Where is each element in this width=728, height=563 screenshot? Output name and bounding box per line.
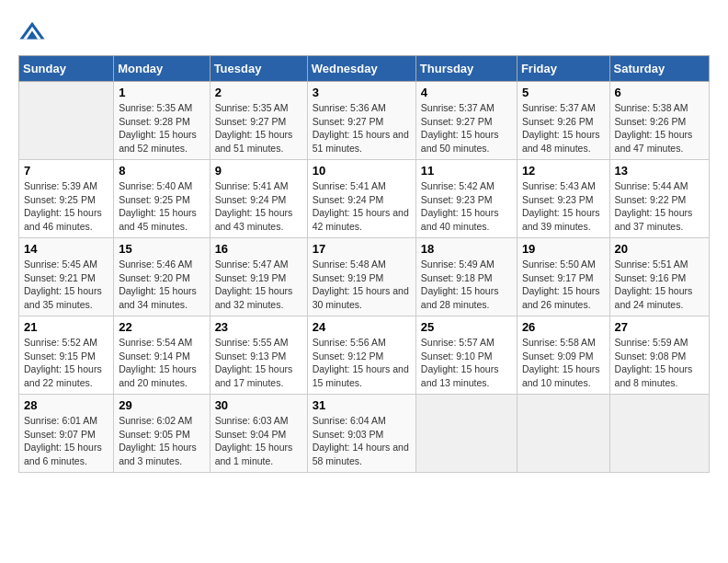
logo <box>18 18 50 46</box>
daylight-text: Daylight: 15 hours and 24 minutes. <box>615 285 693 310</box>
sunset-text: Sunset: 9:19 PM <box>313 272 384 283</box>
sunrise-text: Sunrise: 5:35 AM <box>119 102 192 113</box>
sunrise-text: Sunrise: 5:36 AM <box>313 102 386 113</box>
day-info: Sunrise: 5:35 AMSunset: 9:28 PMDaylight:… <box>119 101 204 155</box>
calendar-cell: 27Sunrise: 5:59 AMSunset: 9:08 PMDayligh… <box>609 316 709 395</box>
sunrise-text: Sunrise: 5:52 AM <box>24 337 97 348</box>
sunset-text: Sunset: 9:13 PM <box>215 350 287 362</box>
header-saturday: Saturday <box>609 56 709 82</box>
header-sunday: Sunday <box>19 56 114 82</box>
day-info: Sunrise: 5:58 AMSunset: 9:09 PMDaylight:… <box>522 336 605 390</box>
sunset-text: Sunset: 9:23 PM <box>522 194 594 205</box>
sunrise-text: Sunrise: 5:56 AM <box>313 337 386 348</box>
day-number: 30 <box>215 398 302 412</box>
sunrise-text: Sunrise: 5:37 AM <box>522 102 596 113</box>
daylight-text: Daylight: 15 hours and 17 minutes. <box>215 363 293 388</box>
day-number: 12 <box>522 164 605 178</box>
calendar-cell: 9Sunrise: 5:41 AMSunset: 9:24 PMDaylight… <box>210 160 307 238</box>
sunset-text: Sunset: 9:27 PM <box>215 116 287 127</box>
sunset-text: Sunset: 9:23 PM <box>421 194 493 205</box>
day-info: Sunrise: 5:44 AMSunset: 9:22 PMDaylight:… <box>615 179 704 234</box>
calendar-cell: 20Sunrise: 5:51 AMSunset: 9:16 PMDayligh… <box>609 238 709 316</box>
daylight-text: Daylight: 15 hours and 45 minutes. <box>119 207 197 232</box>
week-row-2: 7Sunrise: 5:39 AMSunset: 9:25 PMDaylight… <box>19 160 710 238</box>
daylight-text: Daylight: 15 hours and 3 minutes. <box>119 442 197 466</box>
page-header <box>18 18 710 46</box>
sunrise-text: Sunrise: 5:47 AM <box>215 259 289 270</box>
week-row-5: 28Sunrise: 6:01 AMSunset: 9:07 PMDayligh… <box>19 395 710 473</box>
day-number: 6 <box>615 86 704 99</box>
day-number: 7 <box>24 164 108 178</box>
day-info: Sunrise: 5:57 AMSunset: 9:10 PMDaylight:… <box>421 336 512 390</box>
day-number: 17 <box>313 242 411 256</box>
daylight-text: Daylight: 15 hours and 28 minutes. <box>421 285 499 310</box>
daylight-text: Daylight: 15 hours and 20 minutes. <box>119 363 197 388</box>
day-number: 8 <box>119 164 204 178</box>
sunset-text: Sunset: 9:20 PM <box>119 272 190 283</box>
daylight-text: Daylight: 15 hours and 46 minutes. <box>24 207 102 232</box>
calendar-cell: 14Sunrise: 5:45 AMSunset: 9:21 PMDayligh… <box>19 238 114 316</box>
day-info: Sunrise: 5:42 AMSunset: 9:23 PMDaylight:… <box>421 179 512 234</box>
calendar-cell: 7Sunrise: 5:39 AMSunset: 9:25 PMDaylight… <box>19 160 114 238</box>
sunrise-text: Sunrise: 5:44 AM <box>615 180 688 191</box>
daylight-text: Daylight: 15 hours and 51 minutes. <box>215 129 293 154</box>
daylight-text: Daylight: 15 hours and 10 minutes. <box>522 363 600 388</box>
calendar-cell <box>517 395 609 473</box>
calendar-cell: 22Sunrise: 5:54 AMSunset: 9:14 PMDayligh… <box>114 316 210 395</box>
sunrise-text: Sunrise: 5:38 AM <box>615 102 688 113</box>
day-number: 9 <box>215 164 302 178</box>
daylight-text: Daylight: 15 hours and 35 minutes. <box>24 285 102 310</box>
day-info: Sunrise: 5:56 AMSunset: 9:12 PMDaylight:… <box>313 336 411 390</box>
day-number: 28 <box>24 398 108 412</box>
calendar-cell: 15Sunrise: 5:46 AMSunset: 9:20 PMDayligh… <box>114 238 210 316</box>
header-friday: Friday <box>517 56 609 82</box>
day-number: 27 <box>615 320 704 334</box>
day-info: Sunrise: 5:38 AMSunset: 9:26 PMDaylight:… <box>615 101 704 155</box>
daylight-text: Daylight: 15 hours and 52 minutes. <box>119 129 197 154</box>
day-number: 13 <box>615 164 704 178</box>
sunrise-text: Sunrise: 5:37 AM <box>421 102 495 113</box>
day-info: Sunrise: 5:41 AMSunset: 9:24 PMDaylight:… <box>313 179 411 234</box>
sunset-text: Sunset: 9:25 PM <box>119 194 190 205</box>
sunrise-text: Sunrise: 5:42 AM <box>421 180 495 191</box>
day-info: Sunrise: 6:01 AMSunset: 9:07 PMDaylight:… <box>24 414 108 468</box>
daylight-text: Daylight: 15 hours and 8 minutes. <box>615 363 693 388</box>
calendar-cell: 28Sunrise: 6:01 AMSunset: 9:07 PMDayligh… <box>19 395 114 473</box>
sunset-text: Sunset: 9:04 PM <box>215 429 287 440</box>
sunrise-text: Sunrise: 5:49 AM <box>421 259 495 270</box>
calendar-cell: 11Sunrise: 5:42 AMSunset: 9:23 PMDayligh… <box>415 160 517 238</box>
daylight-text: Daylight: 15 hours and 42 minutes. <box>313 207 409 232</box>
day-number: 2 <box>215 86 302 99</box>
daylight-text: Daylight: 15 hours and 30 minutes. <box>313 285 409 310</box>
sunset-text: Sunset: 9:19 PM <box>215 272 287 283</box>
sunrise-text: Sunrise: 5:58 AM <box>522 337 596 348</box>
day-info: Sunrise: 5:41 AMSunset: 9:24 PMDaylight:… <box>215 179 302 234</box>
sunrise-text: Sunrise: 6:03 AM <box>215 415 289 426</box>
daylight-text: Daylight: 15 hours and 39 minutes. <box>522 207 600 232</box>
calendar-cell <box>609 395 709 473</box>
sunrise-text: Sunrise: 5:54 AM <box>119 337 192 348</box>
sunrise-text: Sunrise: 5:48 AM <box>313 259 386 270</box>
day-number: 29 <box>119 398 204 412</box>
calendar-cell <box>415 395 517 473</box>
day-info: Sunrise: 5:43 AMSunset: 9:23 PMDaylight:… <box>522 179 605 234</box>
week-row-4: 21Sunrise: 5:52 AMSunset: 9:15 PMDayligh… <box>19 316 710 395</box>
day-number: 25 <box>421 320 512 334</box>
sunrise-text: Sunrise: 5:46 AM <box>119 259 192 270</box>
sunset-text: Sunset: 9:05 PM <box>119 429 190 440</box>
sunrise-text: Sunrise: 6:02 AM <box>119 415 192 426</box>
sunrise-text: Sunrise: 5:39 AM <box>24 180 97 191</box>
day-info: Sunrise: 5:37 AMSunset: 9:26 PMDaylight:… <box>522 101 605 155</box>
day-info: Sunrise: 5:35 AMSunset: 9:27 PMDaylight:… <box>215 101 302 155</box>
sunset-text: Sunset: 9:22 PM <box>615 194 687 205</box>
daylight-text: Daylight: 14 hours and 58 minutes. <box>313 442 409 466</box>
daylight-text: Daylight: 15 hours and 13 minutes. <box>421 363 499 388</box>
calendar-cell: 19Sunrise: 5:50 AMSunset: 9:17 PMDayligh… <box>517 238 609 316</box>
sunset-text: Sunset: 9:27 PM <box>313 116 384 127</box>
day-info: Sunrise: 5:39 AMSunset: 9:25 PMDaylight:… <box>24 179 108 234</box>
sunset-text: Sunset: 9:15 PM <box>24 350 96 362</box>
day-info: Sunrise: 5:50 AMSunset: 9:17 PMDaylight:… <box>522 258 605 312</box>
day-number: 10 <box>313 164 411 178</box>
sunset-text: Sunset: 9:25 PM <box>24 194 96 205</box>
day-info: Sunrise: 6:04 AMSunset: 9:03 PMDaylight:… <box>313 414 411 468</box>
